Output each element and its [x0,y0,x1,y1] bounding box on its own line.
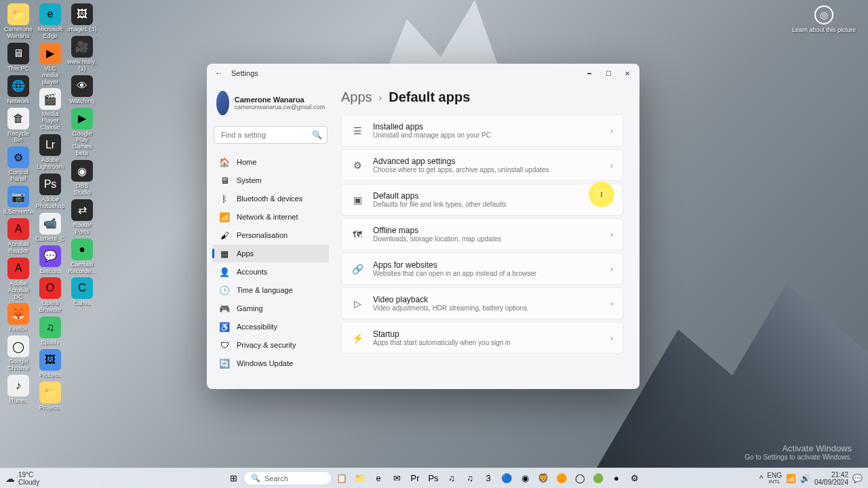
sidebar-item-home[interactable]: 🏠Home [212,153,329,171]
nav-label: Gaming [237,304,263,312]
desktop-icon[interactable]: 📷iLScreenNo... [3,186,33,216]
desktop-icon[interactable]: CCanva [67,277,97,307]
taskbar-app-icon[interactable]: 📁 [352,470,368,487]
maximize-button[interactable]: ☐ [599,64,618,83]
desktop-icon[interactable]: AAcrobat Reader [3,218,33,255]
taskbar-app-icon[interactable]: ◉ [517,470,533,487]
nav-label: Network & internet [237,213,298,221]
volume-icon[interactable]: 🔊 [800,474,810,483]
desktop-icon[interactable]: OOpera Browser [35,277,65,314]
taskbar-app-icon[interactable]: 🦁 [535,470,551,487]
desktop-icon[interactable]: 🖼image1 (3) [67,3,97,33]
desktop-icon[interactable]: 👁Watching [67,75,97,105]
page-title: Default apps [389,89,470,105]
minimize-button[interactable]: ━ [580,64,599,83]
learn-about-picture-badge[interactable]: ◎ Learn about this picture [792,5,856,33]
tray-lang[interactable]: ENG [767,472,782,479]
desktop-icon[interactable]: ⇄Router Ports [67,199,97,236]
desktop-icon[interactable]: ▶Google Play Games beta [67,108,97,158]
taskbar-app-icon[interactable]: ✉ [389,470,405,487]
sidebar-item-time-language[interactable]: 🕒Time & language [212,281,329,299]
desktop-icon[interactable]: ●Camtasi Recorde... [67,239,97,275]
sidebar-item-accounts[interactable]: 👤Accounts [212,263,329,281]
desktop-icon[interactable]: 📁Camerone Wanaria [3,3,33,40]
desktop-icon[interactable]: LrAdobe Lightroom [35,134,65,171]
desktop-icon[interactable]: 📁Projects [35,382,65,411]
desktop-icon[interactable]: ▶VLC media player [35,43,65,86]
close-button[interactable]: ✕ [618,64,637,83]
desktop-icon[interactable]: 📹Camera_C... [35,213,65,243]
desktop-icon[interactable]: eMicrosoft Edge [35,3,65,40]
desktop-icon-glyph: ▶ [71,108,93,129]
search-input[interactable] [214,126,328,144]
desktop-icon[interactable]: ◉OBS Studio [67,160,97,197]
desktop-icon[interactable]: ⚙Control Panel [3,146,33,183]
taskbar-app-icon[interactable]: ● [608,470,625,487]
weather-widget[interactable]: ☁ 19°C Cloudy [5,471,39,486]
taskbar-app-icon[interactable]: 🔵 [498,470,515,487]
taskbar-app-icon[interactable]: e [370,470,387,487]
desktop-icon[interactable]: 🎥www.realy...(1) [67,36,97,73]
settings-card-video-playback[interactable]: ▷Video playbackVideo adjustments, HDR st… [341,287,623,319]
sidebar-item-privacy-security[interactable]: 🛡Privacy & security [212,336,329,354]
breadcrumb-apps[interactable]: Apps [341,89,372,105]
desktop-icon[interactable]: 🗑Recycle Bin [3,108,33,144]
desktop-icon[interactable]: 🖥This PC [3,43,33,73]
desktop-icon[interactable]: ♪iTunes [3,375,33,405]
taskbar-app-icon[interactable]: 🟢 [590,470,606,487]
settings-card-installed-apps[interactable]: ☰Installed appsUninstall and manage apps… [341,115,623,146]
card-desc: Apps that start automatically when you s… [373,339,601,346]
avatar [216,91,229,115]
taskbar-app-icon[interactable]: ♫ [462,470,478,487]
settings-card-offline-maps[interactable]: 🗺Offline mapsDownloads, storage location… [341,218,623,250]
desktop-icon[interactable]: 🎬Media Player Classic [35,88,65,131]
taskbar-search[interactable]: 🔍Search [243,471,332,485]
desktop-icon[interactable]: 🌐Network [3,75,33,105]
sidebar-item-personalisation[interactable]: 🖌Personalisation [212,226,329,244]
desktop-icon-label: Adobe Lightroom [35,157,65,171]
sidebar-item-accessibility[interactable]: ♿Accessibility [212,318,329,336]
settings-card-default-apps[interactable]: ▣Default appsDefaults for file and link … [341,184,623,216]
weather-cond: Cloudy [18,479,39,486]
content-area: Apps › Default apps ☰Installed appsUnins… [334,83,639,389]
sidebar-item-windows-update[interactable]: 🔄Windows Update [212,354,329,372]
back-button[interactable]: ← [210,64,229,83]
taskbar-app-icon[interactable]: 🟠 [553,470,570,487]
desktop-icon-glyph: 💬 [39,245,61,267]
settings-card-apps-for-websites[interactable]: 🔗Apps for websitesWebsites that can open… [341,253,623,285]
sidebar-item-apps[interactable]: ▦Apps [212,245,329,262]
desktop-icon[interactable]: ♫Spotify [35,317,65,346]
settings-card-startup[interactable]: ⚡StartupApps that start automatically wh… [341,322,623,354]
card-title: Video playback [373,295,601,304]
nav-label: Bluetooth & devices [237,195,302,203]
settings-card-advanced-app-settings[interactable]: ⚙Advanced app settingsChoose where to ge… [341,149,623,181]
start-button[interactable]: ⊞ [225,470,241,487]
taskbar-app-icon[interactable]: ⚙ [627,470,643,487]
tray-clock[interactable]: 21:42 04/09/2024 [814,471,848,486]
desktop-icon[interactable]: PsAdobe Photoshop [35,174,65,210]
sidebar-item-gaming[interactable]: 🎮Gaming [212,300,329,317]
card-title: Apps for websites [373,260,601,270]
taskbar-app-icon[interactable]: Ps [425,470,441,487]
wifi-icon[interactable]: 📶 [786,474,796,483]
taskbar-app-icon[interactable]: 3 [480,470,496,487]
desktop-icon[interactable]: ◯Google Chrome [3,336,33,372]
desktop-icon[interactable]: 🦊Firefox [3,303,33,333]
activate-windows-watermark: Activate Windows Go to Settings to activ… [745,443,852,461]
taskbar-app-icon[interactable]: ◯ [572,470,588,487]
taskbar-app-icon[interactable]: ♫ [443,470,460,487]
desktop-icon[interactable]: 💬Discord [35,245,65,275]
card-icon: ☰ [351,125,363,137]
tray-chevron-icon[interactable]: ^ [760,474,764,483]
desktop-icon[interactable]: AAdobe Acrobat DC [3,258,33,301]
sidebar-item-bluetooth-devices[interactable]: ᛒBluetooth & devices [212,190,329,207]
sidebar-item-system[interactable]: 🖥System [212,171,329,189]
desktop-icon[interactable]: 🖼Pictures [35,349,65,379]
notifications-icon[interactable]: 💬 [852,474,863,483]
taskbar-app-icon[interactable]: Pr [407,470,423,487]
desktop-icon-glyph: 📁 [39,382,61,403]
sidebar-item-network-internet[interactable]: 📶Network & internet [212,208,329,226]
desktop-icon-glyph: ◯ [7,336,29,357]
user-account-row[interactable]: Camerone Wanarua cameronwanarua.cw@gmail… [212,88,329,118]
taskbar-app-icon[interactable]: 📋 [334,470,350,487]
